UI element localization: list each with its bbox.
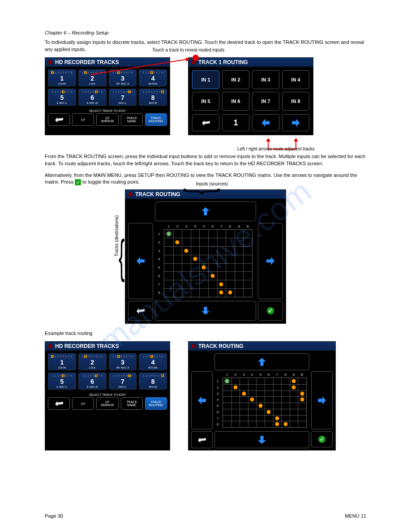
track-label: S MIC-R: [80, 386, 105, 388]
matrix-cursor-dot: [167, 232, 171, 236]
track-number: 3: [110, 359, 136, 366]
input-button[interactable]: IN 1: [192, 70, 219, 89]
track-cell[interactable]: 123456788MIX-R: [139, 89, 167, 106]
nav-right-button[interactable]: [311, 371, 333, 429]
arrow-right-icon: [292, 119, 300, 127]
track-label: LISA: [80, 366, 105, 369]
confirm-button[interactable]: ✓: [311, 431, 333, 447]
cf-mirror-button[interactable]: CF MIRROR: [96, 113, 118, 126]
track-number: 4: [140, 359, 166, 366]
nav-down-button[interactable]: [155, 301, 256, 321]
track-cell[interactable]: 123456788MIX-R: [139, 373, 167, 390]
matrix-col-label: 3: [185, 224, 187, 228]
track-routing-button[interactable]: TRACK ROUTING: [145, 397, 167, 410]
matrix-col-label: A: [238, 224, 240, 228]
nav-up-button[interactable]: [155, 202, 256, 221]
back-button[interactable]: [128, 301, 153, 321]
matrix-route-dot: [275, 422, 279, 426]
track-label: MIX-R: [140, 386, 166, 388]
arrow-down-icon: [201, 307, 210, 315]
arrow-left-icon: [198, 396, 206, 404]
track-label: S MIC-L: [49, 102, 75, 104]
matrix-route-dot: [176, 240, 180, 244]
track-cell[interactable]: 123456787MIX-L: [109, 373, 137, 390]
track-cell[interactable]: 123456783RF MIC-3: [109, 69, 137, 86]
panel-title: TRACK ROUTING: [198, 343, 244, 349]
matrix-route-dot: [219, 282, 223, 286]
matrix-col-label: 5: [259, 373, 261, 377]
back-icon: [137, 307, 145, 314]
track-cell[interactable]: 123456787MIX-L: [109, 89, 137, 106]
cf-mirror-button[interactable]: CF MIRROR: [96, 397, 118, 410]
track-cell[interactable]: 123456785S MIC-L: [48, 89, 76, 106]
back-button[interactable]: [48, 113, 70, 126]
input-button[interactable]: IN 7: [252, 92, 279, 111]
nav-up-button[interactable]: [214, 353, 309, 370]
nav-left-button[interactable]: [128, 223, 153, 299]
track-cell[interactable]: 123456786S MIC-R: [78, 373, 107, 390]
matrix-row-label: 4: [158, 257, 160, 261]
panel-title: HD RECORDER TRACKS: [55, 343, 119, 349]
back-button[interactable]: [192, 114, 219, 131]
track-label: MIX-L: [110, 102, 136, 104]
cf-button[interactable]: CF: [72, 397, 94, 410]
arrow-left-icon: [137, 257, 145, 265]
track-cell[interactable]: 123456782LISA: [78, 69, 107, 86]
matrix-route-dot: [202, 266, 206, 270]
panel-title-bar: HD RECORDER TRACKS: [45, 58, 170, 67]
track-cell[interactable]: 123456785S MIC-L: [48, 373, 76, 390]
matrix-route-dot: [267, 410, 271, 414]
back-button[interactable]: [48, 397, 70, 410]
confirm-button[interactable]: ✓: [258, 301, 283, 321]
matrix-cursor-dot: [225, 379, 229, 383]
matrix-col-label: 2: [235, 373, 236, 377]
matrix-route-dot: [242, 391, 246, 395]
nav-right-button[interactable]: [258, 223, 283, 299]
track-cell[interactable]: 123456784BOOM: [139, 353, 167, 370]
track-routing-panel: TRACK 1 ROUTING IN 1IN 2IN 3IN 4IN 5IN 6…: [188, 57, 313, 135]
paragraph-4: Example track routing: [45, 330, 366, 337]
track-number: 1: [49, 359, 75, 366]
track-cell[interactable]: 123456786S MIC-R: [78, 89, 107, 106]
track-name-button[interactable]: TRACK NAME: [121, 113, 143, 126]
track-label: BOOM: [140, 366, 166, 369]
track-cell[interactable]: 123456783RF MIC-3: [109, 353, 137, 370]
prev-track-button[interactable]: [252, 114, 279, 131]
matrix-row-label: 7: [158, 282, 160, 286]
panel-title-bar: TRACK ROUTING: [188, 342, 335, 351]
input-button[interactable]: IN 3: [252, 70, 279, 89]
matrix-col-label: 1: [226, 373, 228, 377]
track-label: RF MIC-3: [110, 366, 136, 369]
back-icon: [202, 120, 210, 126]
annotation-label: Tracks (destinations): [114, 215, 119, 256]
track-cell[interactable]: 123456784BOOM: [139, 69, 167, 86]
input-button[interactable]: IN 2: [222, 70, 249, 89]
back-button[interactable]: [191, 431, 213, 448]
page-number: Page 30: [45, 513, 63, 519]
track-cell[interactable]: 123456781JOHN: [48, 69, 76, 86]
nav-down-button[interactable]: [214, 431, 309, 448]
routing-matrix-grid: 12345678AB12345678: [155, 223, 256, 299]
track-number: 6: [80, 378, 105, 385]
track-name-button[interactable]: TRACK NAME: [121, 397, 143, 410]
panel-title: TRACK ROUTING: [135, 191, 180, 197]
nav-left-button[interactable]: [191, 371, 213, 429]
cf-button[interactable]: CF: [72, 113, 94, 126]
panel-title: HD RECORDER TRACKS: [55, 59, 119, 65]
matrix-route-dot: [193, 257, 197, 261]
track-number: 7: [110, 378, 136, 385]
panel-title: TRACK 1 ROUTING: [198, 59, 248, 65]
track-cell[interactable]: 123456782LISA: [78, 353, 107, 370]
track-cell[interactable]: 123456781JOHN: [48, 353, 76, 370]
next-track-button[interactable]: [282, 114, 309, 131]
input-button[interactable]: IN 8: [282, 92, 309, 111]
track-routing-button[interactable]: TRACK ROUTING: [145, 113, 167, 126]
record-indicator-icon: [48, 60, 52, 64]
input-button[interactable]: IN 5: [192, 92, 219, 111]
matrix-route-dot: [184, 249, 188, 253]
input-button[interactable]: IN 6: [222, 92, 249, 111]
matrix-route-dot: [250, 398, 254, 402]
input-button[interactable]: IN 4: [282, 70, 309, 89]
matrix-route-dot: [228, 291, 232, 295]
panel-title-bar: HD RECORDER TRACKS: [45, 342, 170, 351]
